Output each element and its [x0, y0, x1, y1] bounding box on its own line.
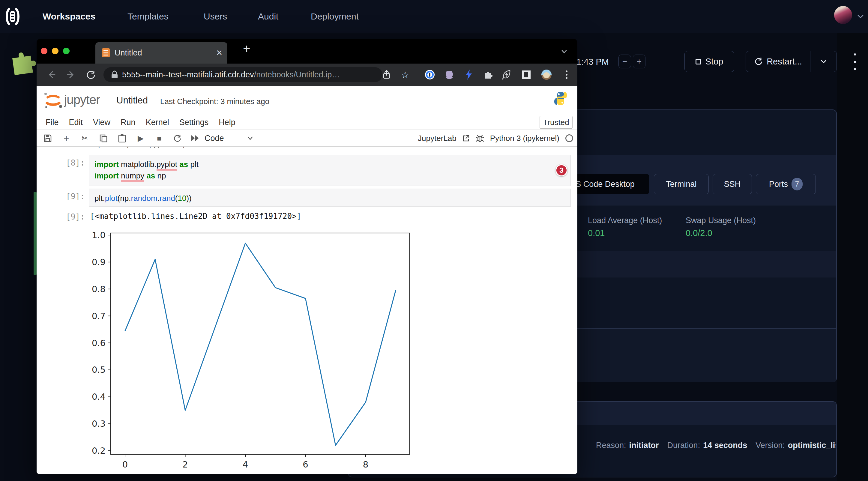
debugger-bug-icon[interactable]: [476, 134, 484, 142]
code-line: plt.plot(np.random.rand(10)): [94, 193, 565, 204]
cell-type-chevron-icon[interactable]: [247, 136, 254, 141]
page-background-strip: [837, 33, 868, 481]
svg-text:0.8: 0.8: [92, 284, 105, 294]
app-tab-ports[interactable]: Ports7: [756, 174, 816, 194]
side-panel-icon[interactable]: [521, 69, 532, 81]
restart-button[interactable]: Restart...: [746, 51, 810, 72]
stat-load-average: Load Average (Host)0.01: [588, 216, 662, 238]
puzzle-piece-icon: [7, 45, 40, 79]
svg-text:8: 8: [363, 459, 368, 470]
meta-duration: Duration:14 seconds: [668, 441, 747, 450]
notebook-title[interactable]: Untitled: [116, 95, 148, 106]
kernel-name[interactable]: Python 3 (ipykernel): [490, 134, 559, 143]
notebook-content: import matplotlib.pyplot as plt [8]: imp…: [37, 147, 577, 474]
browser-tab[interactable]: Untitled ✕: [95, 42, 227, 64]
menu-help[interactable]: Help: [219, 115, 236, 130]
reload-button[interactable]: [85, 69, 97, 81]
run-all-icon[interactable]: [190, 133, 201, 144]
restart-split-button[interactable]: Restart...: [746, 51, 837, 72]
svg-text:6: 6: [303, 459, 308, 470]
back-button[interactable]: [45, 69, 57, 81]
tab-close-icon[interactable]: ✕: [216, 42, 222, 64]
run-cell-icon[interactable]: ▶: [135, 133, 146, 144]
browser-profile-avatar[interactable]: [541, 69, 552, 81]
stat-value: 0.01: [588, 228, 662, 238]
app-tab-label: Ports: [769, 180, 788, 189]
stop-button[interactable]: Stop: [684, 51, 734, 72]
top-nav: WorkspacesTemplatesUsersAuditDeployment: [0, 0, 868, 33]
window-minimize-button[interactable]: [52, 48, 59, 54]
restart-label: Restart...: [767, 57, 802, 67]
external-link-icon[interactable]: [463, 135, 470, 142]
workspace-menu-button[interactable]: [852, 53, 858, 70]
url-host: 5555--main--test--matifali.atif.cdr.dev: [122, 70, 254, 79]
nav-item-templates[interactable]: Templates: [127, 0, 168, 33]
forward-button[interactable]: [65, 69, 77, 81]
insert-cell-icon[interactable]: +: [61, 133, 72, 144]
user-avatar[interactable]: [834, 6, 852, 24]
coder-logo-icon[interactable]: [4, 7, 21, 26]
app-tab-label: SSH: [724, 180, 741, 189]
tab-title: Untitled: [115, 42, 142, 64]
kernel-status-icon: [565, 134, 573, 142]
code-cell-8[interactable]: import matplotlib.pyplot as pltimport nu…: [89, 155, 571, 186]
onepassword-extension-icon[interactable]: [424, 69, 435, 81]
menu-kernel[interactable]: Kernel: [146, 115, 169, 130]
app-tab-terminal[interactable]: Terminal: [654, 174, 709, 194]
workspace-accent-bar: [34, 192, 37, 275]
browser-window: Untitled ✕ + 5555--ma: [37, 39, 577, 474]
cell-type-select[interactable]: Code: [205, 130, 224, 147]
window-close-button[interactable]: [41, 48, 48, 54]
jupyterlab-link[interactable]: JupyterLab: [418, 134, 457, 143]
svg-text:2: 2: [182, 459, 188, 470]
chevron-down-icon[interactable]: [857, 12, 864, 21]
address-bar[interactable]: 5555--main--test--matifali.atif.cdr.dev/…: [103, 67, 382, 82]
app-tab-label: VS Code Desktop: [570, 180, 634, 189]
schedule-increase-button[interactable]: +: [633, 55, 646, 68]
stop-icon: [695, 59, 701, 64]
restart-kernel-icon[interactable]: [172, 133, 183, 144]
copy-cell-icon[interactable]: [98, 133, 109, 144]
lightning-extension-icon[interactable]: [463, 69, 474, 81]
cell8-prompt: [8]:: [66, 158, 85, 167]
extensions-puzzle-icon[interactable]: [483, 69, 494, 81]
browser-tab-strip: Untitled ✕ +: [37, 39, 577, 64]
new-tab-button[interactable]: +: [243, 42, 250, 56]
jupyter-brand-text: jupyter: [64, 93, 100, 107]
stat-label: Load Average (Host): [588, 216, 662, 225]
restart-options-button[interactable]: [810, 51, 837, 72]
menu-run[interactable]: Run: [121, 115, 135, 130]
bookmark-star-icon[interactable]: ☆: [400, 69, 411, 81]
stat-value: 0.0/2.0: [686, 228, 756, 238]
url-path: /notebooks/Untitled.ip…: [254, 70, 340, 79]
nav-item-audit[interactable]: Audit: [258, 0, 278, 33]
nav-item-deployment[interactable]: Deployment: [311, 0, 359, 33]
nav-item-users[interactable]: Users: [204, 0, 227, 33]
nav-item-workspaces[interactable]: Workspaces: [42, 0, 95, 33]
app-tab-ssh[interactable]: SSH: [713, 174, 752, 194]
svg-text:1.0: 1.0: [92, 230, 105, 240]
cut-cell-icon[interactable]: ✂: [79, 133, 91, 144]
leaf-extension-icon[interactable]: [501, 69, 513, 81]
share-icon[interactable]: [381, 69, 392, 81]
code-line: import numpy as np: [94, 170, 565, 182]
tab-search-chevron-icon[interactable]: [560, 47, 569, 56]
jupyter-header: jupyter Untitled Last Checkpoint: 3 minu…: [37, 86, 577, 115]
save-icon[interactable]: [42, 133, 53, 144]
window-zoom-button[interactable]: [63, 48, 70, 54]
browser-toolbar: 5555--main--test--matifali.atif.cdr.dev/…: [37, 64, 577, 86]
menu-settings[interactable]: Settings: [179, 115, 209, 130]
browser-menu-icon[interactable]: [561, 69, 572, 81]
trusted-button[interactable]: Trusted: [539, 116, 572, 129]
schedule-decrease-button[interactable]: −: [618, 55, 631, 68]
screen: WorkspacesTemplatesUsersAuditDeployment …: [0, 0, 868, 481]
menu-file[interactable]: File: [45, 115, 59, 130]
interrupt-kernel-icon[interactable]: ■: [154, 133, 165, 144]
svg-text:4: 4: [243, 459, 248, 470]
menu-view[interactable]: View: [93, 115, 111, 130]
github-extension-icon[interactable]: [443, 69, 455, 81]
app-tab-label: Terminal: [666, 180, 696, 189]
menu-edit[interactable]: Edit: [69, 115, 83, 130]
paste-cell-icon[interactable]: [116, 133, 128, 144]
code-cell-9[interactable]: plt.plot(np.random.rand(10)): [89, 189, 571, 206]
